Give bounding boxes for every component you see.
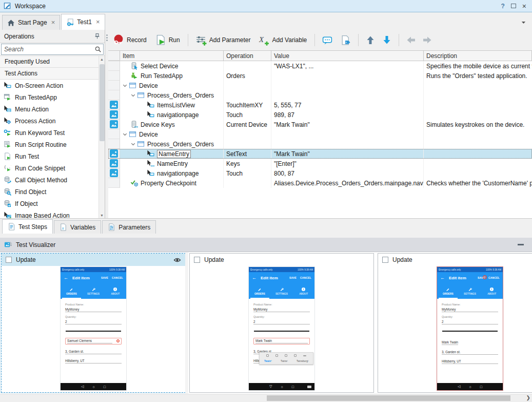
- test-step-row[interactable]: ItemsListView TouchItemXY 5, 555, 77: [108, 100, 532, 110]
- test-step-row[interactable]: Device Keys Current Device "Mark Twain" …: [108, 120, 532, 129]
- hide-keyboard-icon: ▽: [269, 385, 272, 389]
- tab-test1[interactable]: Test1 ×: [61, 14, 105, 30]
- operations-group-header[interactable]: Test Actions: [0, 68, 105, 80]
- pencil-icon: [258, 287, 262, 292]
- add-comment-button[interactable]: [320, 33, 335, 47]
- scrollbar-thumb[interactable]: [100, 64, 105, 141]
- operation-item[interactable]: Run TestedApp: [0, 91, 105, 103]
- test-step-row[interactable]: navigationpage Touch 989, 87: [108, 110, 532, 120]
- onscreen-action-icon: [147, 111, 154, 119]
- pencil-icon: [446, 287, 450, 292]
- tab-start-page[interactable]: Start Page ×: [2, 15, 60, 30]
- visualizer-frame[interactable]: Update Emergency calls only100% 9:38 AM …: [1, 253, 186, 393]
- scroll-right-icon[interactable]: ❯: [526, 395, 530, 400]
- test-step-row[interactable]: Run TestedApp Orders Runs the "Orders" t…: [108, 71, 532, 81]
- add-description-button[interactable]: [338, 33, 353, 47]
- pin-icon[interactable]: [94, 33, 101, 40]
- visualizer-frame[interactable]: Update Emergency calls only100% 9:38 AM …: [189, 253, 374, 393]
- update-checkbox[interactable]: [382, 257, 388, 263]
- device-select-icon: [130, 62, 138, 70]
- move-up-button[interactable]: [364, 34, 377, 46]
- chevron-down-icon[interactable]: [122, 83, 128, 88]
- test-step-row[interactable]: Property Checkpoint Aliases.Device.Proce…: [108, 178, 532, 188]
- outdent-button[interactable]: [404, 34, 418, 46]
- move-down-button[interactable]: [380, 34, 393, 46]
- test-step-row[interactable]: navigationpage Touch 800, 87: [108, 168, 532, 178]
- column-header-description[interactable]: Description: [424, 51, 532, 61]
- test-step-row[interactable]: Process_Orders_Orders: [108, 90, 532, 100]
- indent-button[interactable]: [421, 34, 434, 46]
- operation-item[interactable]: Menu Action: [0, 103, 105, 115]
- phone-tab-about: ABOUT: [481, 283, 503, 299]
- cancel-action: CANCEL: [112, 276, 123, 279]
- panel-tab-variables[interactable]: x Variables: [54, 220, 101, 234]
- operations-panel: Operations Frequently UsedTest Actions O…: [0, 30, 105, 218]
- help-button[interactable]: ?: [501, 3, 504, 10]
- phone-tab-orders: ORDERS: [437, 283, 459, 299]
- operation-item[interactable]: Run Keyword Test: [0, 127, 105, 139]
- operation-item[interactable]: Call Object Method: [0, 174, 105, 186]
- operation-item[interactable]: On-Screen Action: [0, 80, 105, 91]
- chevron-down-icon[interactable]: [122, 131, 128, 137]
- update-checkbox[interactable]: [6, 257, 12, 263]
- visualizer-frames: Update Emergency calls only100% 9:38 AM …: [0, 252, 532, 394]
- operation-item[interactable]: If Object: [0, 198, 105, 209]
- test-step-row[interactable]: Process_Orders_Orders: [108, 139, 532, 149]
- sidebar-scrollbar[interactable]: ▲ ▼: [98, 56, 105, 218]
- arrow-right-icon: [423, 35, 432, 45]
- test-step-row[interactable]: NameEntry SetText "Mark Twain": [108, 149, 532, 159]
- operation-item[interactable]: Run Test: [0, 150, 105, 162]
- operations-group-header[interactable]: Frequently Used: [0, 56, 105, 68]
- back-triangle-icon: ◁: [81, 385, 84, 389]
- test-step-row[interactable]: Device: [108, 81, 532, 90]
- operation-item[interactable]: Run Script Routine: [0, 139, 105, 150]
- process-action-icon: [4, 117, 11, 125]
- call-object-method-icon: [4, 176, 11, 184]
- operation-item[interactable]: Find Object: [0, 186, 105, 198]
- maximize-button[interactable]: [511, 4, 516, 8]
- onscreen-action-icon: [147, 150, 154, 158]
- cancel-action: CANCEL: [300, 276, 311, 279]
- add-parameter-button[interactable]: Add Parameter: [193, 33, 253, 47]
- keyboard-icon: [307, 386, 311, 388]
- test-step-row[interactable]: Select Device "WAS-LX1", ... Specifies t…: [108, 61, 532, 71]
- grid-header: Item Operation Value Description: [108, 51, 532, 61]
- save-action: SAVE: [478, 276, 485, 279]
- add-variable-button[interactable]: XAdd Variable: [256, 33, 309, 47]
- hscrollbar-thumb[interactable]: [267, 395, 510, 401]
- tab-close-icon[interactable]: ×: [51, 20, 55, 25]
- minimize-visualizer-button[interactable]: [518, 244, 524, 245]
- operation-item[interactable]: Process Action: [0, 115, 105, 127]
- scroll-down-icon[interactable]: ▼: [99, 212, 105, 218]
- operations-panel-title: Operations: [4, 33, 34, 40]
- scroll-up-icon[interactable]: ▲: [99, 56, 105, 62]
- horizontal-scrollbar[interactable]: ❯: [0, 394, 532, 402]
- panel-tab-parameters[interactable]: Parameters: [102, 220, 156, 234]
- visualizer-frame[interactable]: Update Emergency calls only100% 9:38 AM …: [378, 253, 532, 393]
- visualizer-thumbnail-cell: [108, 71, 120, 81]
- chevron-down-icon[interactable]: [130, 92, 136, 98]
- column-header-operation[interactable]: Operation: [224, 51, 271, 61]
- phone-tab-orders: ORDERS: [249, 283, 271, 299]
- close-button[interactable]: ×: [522, 4, 526, 9]
- phone-tab-about: ABOUT: [104, 283, 126, 299]
- tab-list-caret-icon[interactable]: [520, 19, 527, 26]
- panel-tab-test-steps[interactable]: Test Steps: [2, 219, 53, 234]
- save-action: SAVE: [289, 276, 297, 279]
- chevron-down-icon[interactable]: [130, 141, 136, 147]
- column-header-item[interactable]: Item: [120, 51, 224, 61]
- update-checkbox[interactable]: [194, 257, 200, 263]
- test-step-row[interactable]: NameEntry Keys "[Enter]": [108, 159, 532, 168]
- record-button[interactable]: Record: [110, 33, 149, 47]
- operation-item[interactable]: {..} Run Code Snippet: [0, 162, 105, 174]
- column-header-value[interactable]: Value: [271, 51, 424, 61]
- if-object-icon: [4, 200, 11, 207]
- test-step-row[interactable]: Device: [108, 129, 532, 139]
- operation-item[interactable]: Image Based Action: [0, 209, 105, 218]
- eye-icon[interactable]: [173, 256, 181, 264]
- tab-close-icon[interactable]: ×: [96, 20, 100, 25]
- search-icon[interactable]: [94, 46, 102, 53]
- image-thumb-icon: [110, 149, 118, 158]
- run-button[interactable]: Run: [152, 33, 183, 47]
- search-input[interactable]: [1, 44, 104, 55]
